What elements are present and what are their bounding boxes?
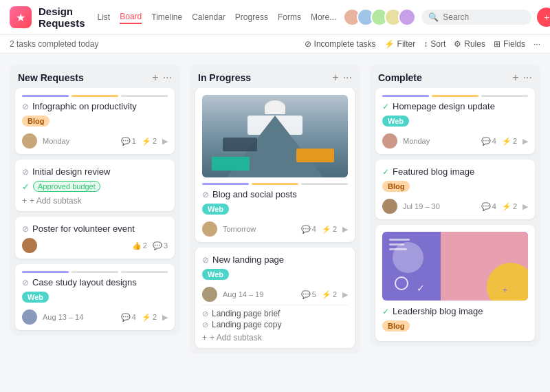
avatar-5	[398, 8, 416, 26]
nav-progress[interactable]: Progress	[235, 11, 268, 23]
column-menu-new-requests[interactable]: ···	[163, 72, 172, 84]
card-title-homepage: ✓ Homepage design update	[382, 101, 528, 111]
progress-seg-1	[22, 95, 69, 97]
sort-btn[interactable]: ↕ Sort	[424, 39, 446, 49]
column-body-new-requests: ⊘ Infographic on productivity Blog Monda…	[10, 88, 180, 336]
sub-bar: 2 tasks completed today ⊘ Incomplete tas…	[0, 35, 550, 54]
avatar-group	[343, 8, 416, 26]
expand-icon-blog-social[interactable]: ▶	[342, 225, 348, 234]
add-subtask-landing-page[interactable]: + + Add subtask	[202, 333, 348, 342]
nav-calendar[interactable]: Calendar	[192, 11, 226, 23]
overlay-teal	[212, 157, 250, 171]
check-icon-leadership: ✓	[382, 307, 389, 316]
progress-bar-infographic	[22, 95, 168, 97]
filter-btn[interactable]: ⚡ Filter	[384, 39, 416, 49]
expand-icon-homepage[interactable]: ▶	[522, 137, 528, 146]
column-add-new-requests[interactable]: +	[152, 72, 158, 84]
approved-icon: ✓	[22, 182, 30, 192]
date-landing-page: Aug 14 – 19	[223, 290, 296, 298]
expand-icon-featured-blog[interactable]: ▶	[522, 202, 528, 211]
card-blog-social[interactable]: ⊘ Blog and social posts Web Tomorrow 💬 4…	[195, 88, 355, 242]
card-title-initial-design: ⊘ Initial design review	[22, 166, 168, 177]
subtasks-featured-blog: ⚡ 2	[502, 202, 517, 211]
ci-plus-icon: +	[503, 285, 507, 295]
column-body-complete: ✓ Homepage design update Web Monday 💬 4 …	[370, 88, 540, 347]
check-icon-infographic: ⊘	[22, 102, 29, 111]
date-featured-blog: Jul 19 – 30	[403, 202, 476, 210]
card-infographic[interactable]: ⊘ Infographic on productivity Blog Monda…	[15, 88, 175, 154]
progress-seg-hp-2	[432, 95, 478, 97]
nav-board[interactable]: Board	[120, 10, 142, 24]
card-leadership-blog[interactable]: ✓ + ✓ Leadership blog image Blog	[375, 225, 535, 341]
card-title-poster: ⊘ Poster for volunteer event	[22, 224, 168, 234]
add-button[interactable]: +	[537, 8, 550, 27]
top-bar: ★ Design Requests List Board Timeline Ca…	[0, 0, 550, 35]
ci-lines-group	[389, 239, 410, 250]
overlay-dark	[223, 138, 257, 151]
progress-seg-case-1	[22, 271, 69, 273]
stats-poster: 👍 2 💬 3	[132, 241, 168, 250]
divider-landing-page	[202, 305, 348, 305]
fields-btn[interactable]: ⊞ Fields	[494, 39, 525, 49]
sort-icon: ↕	[424, 39, 428, 49]
date-blog-social: Tomorrow	[223, 225, 296, 233]
card-image-leadership: ✓ +	[382, 232, 528, 301]
stats-homepage: 💬 4 ⚡ 2 ▶	[481, 137, 528, 146]
rules-icon: ⚙	[454, 39, 461, 49]
board: New Requests + ··· ⊘ Infographic on prod…	[0, 54, 550, 391]
card-initial-design[interactable]: ⊘ Initial design review ✓ Approved budge…	[15, 160, 175, 211]
progress-seg-case-3	[121, 271, 168, 273]
expand-icon-landing-page[interactable]: ▶	[342, 290, 348, 299]
subtask-check-2: ⊘	[202, 320, 208, 329]
comments-poster: 💬 3	[153, 241, 168, 250]
filter-icon: ⊘	[305, 39, 311, 49]
nav-links: List Board Timeline Calendar Progress Fo…	[98, 10, 337, 24]
card-footer-homepage: Monday 💬 4 ⚡ 2 ▶	[382, 133, 528, 149]
plus-icon-subtask-lp: +	[202, 333, 207, 342]
assignee-avatar-poster	[22, 238, 37, 253]
tag-web-case-study: Web	[22, 292, 49, 303]
search-box[interactable]: 🔍	[421, 10, 531, 25]
check-icon-featured-blog: ✓	[382, 167, 389, 177]
nav-more[interactable]: More...	[311, 11, 336, 23]
add-subtask-initial-design[interactable]: + + Add subtask	[22, 196, 168, 206]
column-title-in-progress: In Progress	[198, 72, 328, 83]
card-featured-blog[interactable]: ✓ Featured blog image Blog Jul 19 – 30 💬…	[375, 160, 535, 219]
column-menu-complete[interactable]: ···	[523, 72, 532, 84]
progress-seg-hp-3	[481, 95, 528, 97]
card-footer-infographic: Monday 💬 1 ⚡ 2 ▶	[22, 133, 168, 149]
card-landing-page[interactable]: ⊘ New landing page Web Aug 14 – 19 💬 5 ⚡…	[195, 248, 355, 348]
column-menu-in-progress[interactable]: ···	[343, 72, 352, 84]
nav-list[interactable]: List	[98, 11, 111, 23]
card-case-study[interactable]: ⊘ Case study layout designs Web Aug 13 –…	[15, 264, 175, 330]
progress-seg-hp-1	[382, 95, 429, 97]
card-title-blog-social: ⊘ Blog and social posts	[202, 189, 348, 199]
progress-bar-blog-social	[202, 183, 348, 185]
progress-seg-2	[72, 95, 118, 97]
more-options-btn[interactable]: ···	[534, 39, 540, 49]
expand-icon-infographic[interactable]: ▶	[162, 137, 168, 146]
nav-timeline[interactable]: Timeline	[151, 11, 182, 23]
colorful-image: ✓ +	[382, 232, 528, 301]
card-homepage[interactable]: ✓ Homepage design update Web Monday 💬 4 …	[375, 88, 535, 154]
column-add-complete[interactable]: +	[512, 72, 518, 84]
subtasks-landing-page: ⚡ 2	[322, 290, 337, 299]
check-icon-blog-social: ⊘	[202, 190, 209, 199]
card-image-blog-social	[202, 95, 348, 177]
column-body-in-progress: ⊘ Blog and social posts Web Tomorrow 💬 4…	[190, 88, 360, 353]
app-icon: ★	[10, 6, 32, 28]
column-in-progress: In Progress + ···	[190, 65, 360, 353]
rules-btn[interactable]: ⚙ Rules	[454, 39, 485, 49]
column-new-requests: New Requests + ··· ⊘ Infographic on prod…	[10, 65, 180, 336]
search-input[interactable]	[443, 12, 525, 22]
progress-seg-bs-3	[301, 183, 348, 185]
card-title-case-study: ⊘ Case study layout designs	[22, 277, 168, 287]
expand-icon-case-study[interactable]: ▶	[162, 313, 168, 322]
approved-tag: Approved budget	[33, 181, 100, 192]
comments-infographic: 💬 1	[121, 137, 136, 146]
column-add-in-progress[interactable]: +	[332, 72, 338, 84]
nav-forms[interactable]: Forms	[278, 11, 301, 23]
card-poster[interactable]: ⊘ Poster for volunteer event 👍 2 💬 3	[15, 217, 175, 259]
ci-check-icon: ✓	[417, 283, 425, 294]
incomplete-tasks-btn[interactable]: ⊘ Incomplete tasks	[305, 39, 376, 49]
